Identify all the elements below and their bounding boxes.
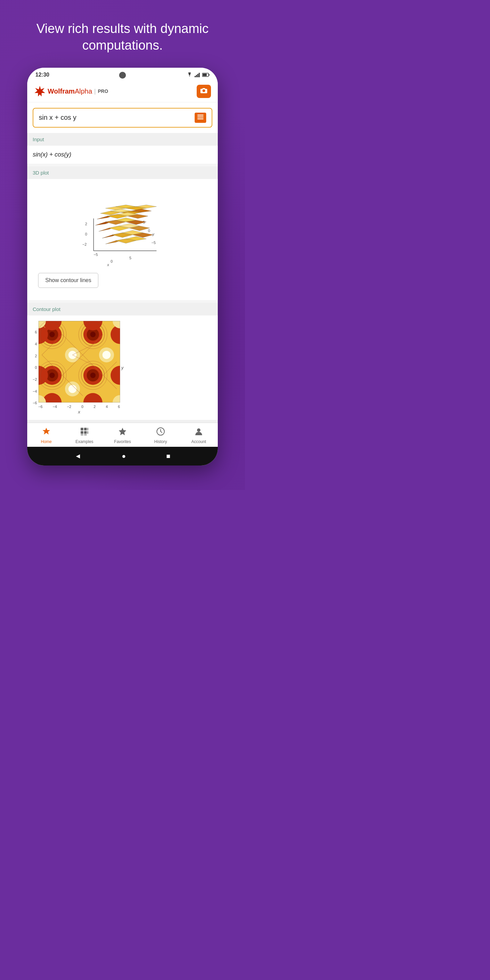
svg-rect-104 <box>81 428 83 430</box>
home-star-icon <box>42 427 51 436</box>
y-tick-neg6: −6 <box>33 401 37 405</box>
show-contour-lines-button[interactable]: Show contour lines <box>38 273 98 288</box>
svg-rect-6 <box>202 73 207 76</box>
history-clock-icon <box>156 427 165 436</box>
camera-button[interactable] <box>197 85 211 98</box>
svg-point-76 <box>102 351 111 359</box>
account-icon <box>194 427 203 438</box>
examples-icon <box>80 427 89 438</box>
wolfram-logo-icon <box>34 86 46 97</box>
svg-line-115 <box>161 431 162 433</box>
status-time: 12:30 <box>35 72 49 78</box>
svg-rect-0 <box>195 76 196 77</box>
y-axis: 6 4 2 0 −2 −4 −6 <box>33 327 37 408</box>
phone-frame: 12:30 <box>27 68 218 466</box>
svg-rect-5 <box>208 74 209 76</box>
search-menu-button[interactable] <box>195 113 206 123</box>
x-axis-ticks: −6 −4 −2 0 2 4 6 <box>38 404 120 409</box>
svg-rect-10 <box>197 118 204 119</box>
account-person-icon <box>194 427 203 436</box>
y-axis-label: y <box>121 365 124 370</box>
home-nav-label: Home <box>41 439 52 444</box>
svg-point-64 <box>90 372 95 378</box>
svg-text:−2: −2 <box>82 242 87 247</box>
account-nav-label: Account <box>191 439 206 444</box>
svg-point-116 <box>197 428 200 432</box>
svg-text:5: 5 <box>129 256 131 260</box>
android-nav-bar: ◄ ● ■ <box>27 447 218 466</box>
svg-point-78 <box>68 385 76 393</box>
plot3d-section-content: 2 0 −2 −5 0 x 5 5 0 y −5 <box>27 179 218 300</box>
svg-rect-106 <box>88 428 88 430</box>
wolfram-brand-text: Wolfram <box>48 88 75 95</box>
y-tick-neg2: −2 <box>33 377 37 382</box>
wifi-icon <box>186 73 192 77</box>
home-icon <box>42 427 51 438</box>
camera-notch <box>119 72 126 79</box>
history-icon <box>156 427 165 438</box>
nav-item-home[interactable]: Home <box>33 427 60 444</box>
svg-point-55 <box>49 332 55 337</box>
input-section-header: Input <box>27 133 218 146</box>
svg-rect-9 <box>197 116 204 118</box>
x-tick-6: 6 <box>118 404 120 409</box>
svg-rect-110 <box>81 434 83 435</box>
y-tick-2: 2 <box>35 354 37 358</box>
android-back-button[interactable]: ◄ <box>75 452 81 460</box>
contour-plot-image <box>38 321 120 402</box>
nav-item-examples[interactable]: Examples <box>71 427 98 444</box>
svg-point-58 <box>90 332 95 337</box>
contour-section-content: 6 4 2 0 −2 −4 −6 <box>27 315 218 420</box>
history-nav-label: History <box>154 439 167 444</box>
contour-svg-wrapper: −6 −4 −2 0 2 4 6 x <box>38 321 120 414</box>
svg-text:0: 0 <box>148 229 150 233</box>
results-area: Input sin(x) + cos(y) 3D plot 2 0 <box>27 133 218 420</box>
svg-text:0: 0 <box>111 259 113 263</box>
contour-plot-row: 6 4 2 0 −2 −4 −6 <box>33 321 124 414</box>
svg-text:0: 0 <box>85 232 87 236</box>
contour-plot-area: 6 4 2 0 −2 −4 −6 <box>33 321 212 414</box>
y-tick-0: 0 <box>35 366 37 369</box>
plot3d-section-header: 3D plot <box>27 166 218 179</box>
svg-point-61 <box>49 372 55 378</box>
plot3d-section: 3D plot 2 0 −2 −5 0 x <box>27 166 218 300</box>
search-container: sin x + cos y <box>27 102 218 133</box>
svg-rect-2 <box>197 74 198 77</box>
bottom-nav: Home Examples <box>27 423 218 447</box>
y-tick-6: 6 <box>35 330 37 334</box>
divider: | <box>94 88 96 95</box>
svg-marker-112 <box>119 428 126 435</box>
svg-rect-1 <box>196 75 197 77</box>
nav-item-account[interactable]: Account <box>185 427 212 444</box>
svg-text:−5: −5 <box>151 240 156 245</box>
android-recent-button[interactable]: ■ <box>166 452 170 460</box>
input-section-content: sin(x) + cos(y) <box>27 146 218 164</box>
status-icons <box>186 73 210 77</box>
contour-section-header: Contour plot <box>27 303 218 315</box>
contour-section: Contour plot 6 4 2 0 −2 −4 −6 <box>27 303 218 420</box>
x-tick-neg2: −2 <box>67 404 72 409</box>
plot3d-container: 2 0 −2 −5 0 x 5 5 0 y −5 <box>33 185 212 269</box>
plot3d-image: 2 0 −2 −5 0 x 5 5 0 y −5 <box>75 188 170 266</box>
x-tick-neg6: −6 <box>38 404 43 409</box>
camera-icon <box>200 88 208 94</box>
svg-marker-7 <box>35 86 45 96</box>
examples-grid-icon <box>80 427 89 436</box>
x-axis-label: x <box>38 409 120 414</box>
nav-item-favorites[interactable]: Favorites <box>109 427 136 444</box>
svg-rect-107 <box>81 431 83 434</box>
hero-text: View rich results with dynamic computati… <box>0 0 245 68</box>
android-home-button[interactable]: ● <box>122 452 126 460</box>
alpha-text: Alpha <box>75 88 92 95</box>
search-input[interactable]: sin x + cos y <box>39 114 195 121</box>
pro-badge: PRO <box>98 89 108 94</box>
nav-item-history[interactable]: History <box>147 427 174 444</box>
logo-area: WolframAlpha | PRO <box>34 86 108 97</box>
svg-rect-105 <box>84 428 87 430</box>
battery-icon <box>202 73 210 77</box>
favorites-star-icon <box>118 427 127 436</box>
svg-text:2: 2 <box>85 222 87 226</box>
app-header: WolframAlpha | PRO <box>27 81 218 102</box>
contour-btn-container: Show contour lines <box>33 269 212 295</box>
search-input-wrapper[interactable]: sin x + cos y <box>33 108 212 127</box>
